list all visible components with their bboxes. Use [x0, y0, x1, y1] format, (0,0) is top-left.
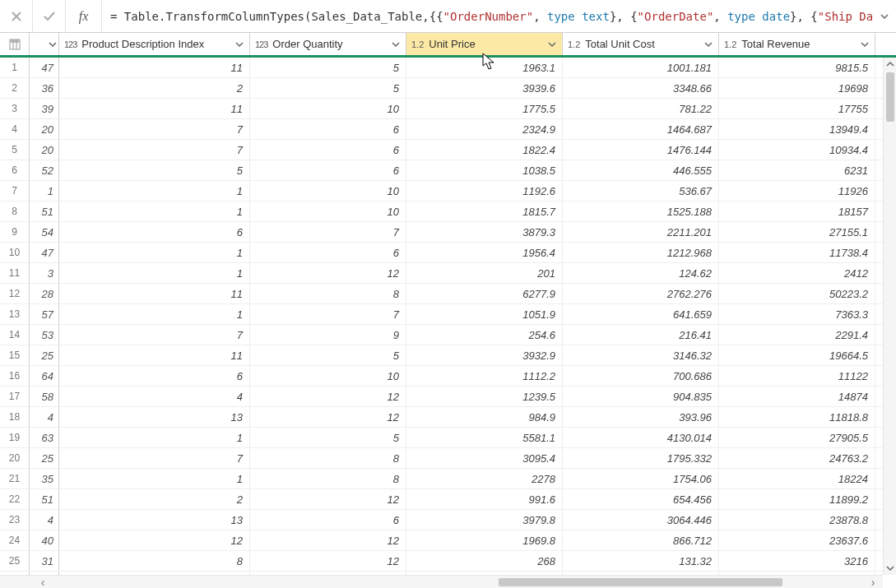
cell[interactable]: 866.712 [563, 530, 719, 550]
cell[interactable]: 3979.8 [406, 510, 563, 530]
cell[interactable]: 1963.1 [406, 58, 563, 77]
cell[interactable]: 991.6 [406, 489, 563, 509]
cell[interactable]: 13949.4 [719, 119, 875, 139]
cell[interactable]: 8 [59, 551, 250, 571]
cell[interactable]: 9815.5 [719, 58, 875, 77]
scrollbar-track[interactable] [53, 576, 863, 588]
table-row[interactable]: 21351822781754.0618224 [0, 469, 883, 489]
cell[interactable]: 3064.446 [563, 510, 719, 530]
table-row[interactable]: 33911101775.5781.2217755 [0, 99, 883, 119]
cell[interactable]: 12 [250, 263, 406, 283]
cell[interactable]: 1 [59, 181, 250, 201]
scroll-left-icon[interactable]: ‹ [33, 576, 53, 589]
cell[interactable]: 4130.014 [563, 428, 719, 447]
horizontal-scrollbar[interactable]: ‹ › [0, 575, 883, 588]
cell[interactable]: 12 [250, 489, 406, 509]
cell[interactable]: 2324.9 [406, 119, 563, 139]
cell[interactable]: 3939.6 [406, 78, 563, 98]
cell[interactable]: 19664.5 [719, 345, 875, 365]
cell[interactable]: 1822.4 [406, 140, 563, 160]
cell[interactable]: 254.6 [406, 325, 563, 345]
cell[interactable]: 7 [250, 222, 406, 242]
cell[interactable]: 1969.8 [406, 530, 563, 550]
table-row[interactable]: 15251153932.93146.3219664.5 [0, 345, 883, 366]
cell[interactable]: 39 [30, 99, 59, 118]
column-header-total-revenue[interactable]: 1.2 Total Revenue [719, 33, 875, 55]
cell[interactable]: 57 [30, 304, 59, 324]
column-header-order-quantity[interactable]: 123 Order Quantity [250, 33, 406, 55]
cell[interactable]: 10 [250, 181, 406, 201]
cell[interactable]: 201 [406, 263, 563, 283]
cell[interactable]: 6231 [719, 160, 875, 180]
cell[interactable]: 10934.4 [719, 140, 875, 160]
cell[interactable]: 53 [30, 325, 59, 345]
cell[interactable]: 1476.144 [563, 140, 719, 160]
cell[interactable]: 9 [250, 325, 406, 345]
column-header-product-description-index[interactable]: 123 Product Description Index [59, 33, 250, 55]
cell[interactable]: 12 [250, 530, 406, 550]
cell[interactable]: 216.41 [563, 325, 719, 345]
table-row[interactable]: 652561038.5446.5556231 [0, 160, 883, 181]
scroll-up-icon[interactable] [884, 58, 896, 71]
cell[interactable]: 446.555 [563, 160, 719, 180]
table-options-button[interactable] [0, 33, 30, 55]
cell[interactable]: 36 [30, 78, 59, 98]
cell[interactable]: 12 [250, 551, 406, 571]
cell[interactable]: 3879.3 [406, 222, 563, 242]
cell[interactable]: 1038.5 [406, 160, 563, 180]
scrollbar-thumb[interactable] [499, 578, 782, 586]
cell[interactable]: 14874 [719, 387, 875, 406]
table-row[interactable]: 236253939.63348.6619698 [0, 78, 883, 99]
cell[interactable]: 641.659 [563, 304, 719, 324]
cell[interactable]: 1239.5 [406, 387, 563, 406]
cell[interactable]: 64 [30, 366, 59, 386]
table-row[interactable]: 17584121239.5904.83514874 [0, 387, 883, 407]
table-row[interactable]: 113112201124.622412 [0, 263, 883, 284]
cell[interactable]: 11738.4 [719, 243, 875, 262]
cell[interactable]: 2278 [406, 469, 563, 488]
cell[interactable]: 1464.687 [563, 119, 719, 139]
scroll-down-icon[interactable] [884, 562, 896, 575]
table-row[interactable]: 244012121969.8866.71223637.6 [0, 530, 883, 551]
cell[interactable]: 13 [59, 510, 250, 530]
cell[interactable]: 10 [250, 366, 406, 386]
cell[interactable]: 10 [250, 201, 406, 221]
table-row[interactable]: 2341363979.83064.44623878.8 [0, 510, 883, 530]
row-filter-button[interactable] [30, 33, 59, 55]
cell[interactable]: 12 [59, 530, 250, 550]
cell[interactable]: 4 [30, 510, 59, 530]
cell[interactable]: 8 [250, 284, 406, 303]
cell[interactable]: 27905.5 [719, 428, 875, 447]
cell[interactable]: 1956.4 [406, 243, 563, 262]
cell[interactable]: 1 [59, 428, 250, 447]
cell[interactable]: 2 [59, 78, 250, 98]
cell[interactable]: 51 [30, 201, 59, 221]
cell[interactable]: 20 [30, 140, 59, 160]
cell[interactable]: 11926 [719, 181, 875, 201]
cell[interactable]: 47 [30, 243, 59, 262]
cell[interactable]: 6 [250, 510, 406, 530]
cell[interactable]: 20 [30, 119, 59, 139]
column-header-unit-price[interactable]: 1.2 Unit Price [406, 33, 563, 55]
cell[interactable]: 124.62 [563, 263, 719, 283]
cell[interactable]: 5 [250, 58, 406, 77]
cell[interactable]: 10 [250, 99, 406, 118]
column-filter-button[interactable] [702, 38, 715, 51]
cell[interactable]: 7 [59, 119, 250, 139]
cell[interactable]: 11 [59, 99, 250, 118]
table-row[interactable]: 420762324.91464.68713949.4 [0, 119, 883, 140]
vertical-scrollbar[interactable] [883, 58, 896, 575]
scroll-right-icon[interactable]: › [863, 576, 883, 589]
cell[interactable]: 25 [30, 448, 59, 468]
cell[interactable]: 4 [30, 407, 59, 427]
table-row[interactable]: 1841312984.9393.9611818.8 [0, 407, 883, 428]
cell[interactable]: 3348.66 [563, 78, 719, 98]
table-row[interactable]: 954673879.32211.20127155.1 [0, 222, 883, 243]
table-row[interactable]: 1357171051.9641.6597363.3 [0, 304, 883, 325]
cell[interactable]: 5 [250, 428, 406, 447]
cell[interactable]: 11 [59, 345, 250, 365]
cell[interactable]: 1754.06 [563, 469, 719, 488]
column-filter-button[interactable] [389, 38, 402, 51]
cell[interactable]: 1001.181 [563, 58, 719, 77]
column-filter-button[interactable] [233, 38, 246, 51]
